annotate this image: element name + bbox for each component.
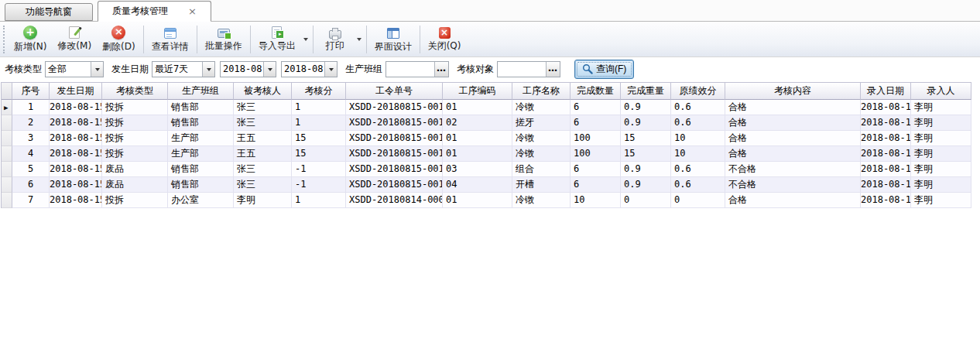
- chevron-down-icon[interactable]: [263, 62, 276, 77]
- tab-function-nav[interactable]: 功能导航窗: [5, 3, 93, 21]
- column-header[interactable]: 考核内容: [725, 83, 861, 100]
- column-header[interactable]: 生产班组: [168, 83, 234, 100]
- cell[interactable]: 0.6: [671, 115, 725, 131]
- column-header[interactable]: 工令单号: [346, 83, 443, 100]
- cell[interactable]: 销售部: [168, 115, 234, 131]
- column-header[interactable]: 考核类型: [102, 83, 168, 100]
- cell[interactable]: 0.9: [621, 177, 671, 193]
- cell[interactable]: 0.6: [671, 100, 725, 115]
- cell[interactable]: 投拆: [102, 115, 168, 131]
- cell[interactable]: 15: [292, 146, 346, 162]
- assessment-target-input[interactable]: …: [497, 61, 560, 77]
- cell[interactable]: 张三: [234, 177, 292, 193]
- cell[interactable]: 李明: [911, 100, 971, 115]
- query-button[interactable]: 查询(F): [574, 60, 634, 79]
- cell[interactable]: 01: [443, 146, 512, 162]
- cell[interactable]: 03: [443, 162, 512, 177]
- cell[interactable]: 01: [443, 193, 512, 208]
- cell[interactable]: 合格: [725, 100, 861, 115]
- cell[interactable]: 6: [571, 162, 621, 177]
- cell[interactable]: 6: [571, 115, 621, 131]
- cell[interactable]: 废品: [102, 162, 168, 177]
- column-header[interactable]: 工序名称: [512, 83, 571, 100]
- cell[interactable]: 李明: [911, 115, 971, 131]
- cell[interactable]: 6: [571, 100, 621, 115]
- cell[interactable]: 销售部: [168, 100, 234, 115]
- cell[interactable]: XSDD-20180815-0010_1: [346, 100, 443, 115]
- cell[interactable]: 2018-08-15: [861, 177, 911, 193]
- column-header[interactable]: 完成数量: [571, 83, 621, 100]
- cell[interactable]: 王五: [234, 131, 292, 146]
- cell[interactable]: 办公室: [168, 193, 234, 208]
- production-team-input[interactable]: …: [385, 61, 449, 77]
- cell[interactable]: 2018-08-15: [861, 193, 911, 208]
- cell[interactable]: 0.9: [621, 162, 671, 177]
- cell[interactable]: XSDD-20180815-0010_1: [346, 115, 443, 131]
- cell[interactable]: 合格: [725, 193, 861, 208]
- cell[interactable]: 0.9: [621, 115, 671, 131]
- import-export-dropdown[interactable]: [301, 23, 310, 56]
- cell[interactable]: 2: [12, 115, 50, 131]
- add-button[interactable]: 新增(N): [9, 23, 52, 56]
- cell[interactable]: 1: [292, 115, 346, 131]
- cell[interactable]: 张三: [234, 162, 292, 177]
- cell[interactable]: 01: [443, 131, 512, 146]
- table-row[interactable]: 72018-08-15投拆办公室李明1XSDD-20180814-0002_30…: [2, 193, 971, 208]
- cell[interactable]: 10: [671, 131, 725, 146]
- cell[interactable]: 生产部: [168, 131, 234, 146]
- cell[interactable]: 冷镦: [512, 146, 571, 162]
- cell[interactable]: 投拆: [102, 193, 168, 208]
- import-export-button[interactable]: 导入导出: [253, 23, 301, 56]
- cell[interactable]: 投拆: [102, 100, 168, 115]
- table-row[interactable]: 52018-08-15废品销售部张三-1XSDD-20180815-0010_1…: [2, 162, 971, 177]
- cell[interactable]: XSDD-20180815-0011_1: [346, 146, 443, 162]
- edit-button[interactable]: 修改(M): [52, 23, 97, 56]
- table-row[interactable]: 22018-08-15投拆销售部张三1XSDD-20180815-0010_10…: [2, 115, 971, 131]
- cell[interactable]: 0.6: [671, 162, 725, 177]
- assessment-type-combo[interactable]: 全部: [45, 61, 104, 77]
- cell[interactable]: 0.9: [621, 100, 671, 115]
- cell[interactable]: 搓牙: [512, 115, 571, 131]
- ellipsis-button[interactable]: …: [434, 62, 448, 77]
- cell[interactable]: 冷镦: [512, 100, 571, 115]
- cell[interactable]: 李明: [911, 146, 971, 162]
- column-header[interactable]: 发生日期: [50, 83, 102, 100]
- print-button[interactable]: 打印: [316, 23, 355, 56]
- cell[interactable]: 2018-08-15: [50, 115, 102, 131]
- cell[interactable]: 15: [621, 146, 671, 162]
- ui-design-button[interactable]: 界面设计: [369, 23, 417, 56]
- cell[interactable]: 组合: [512, 162, 571, 177]
- cell[interactable]: 不合格: [725, 177, 861, 193]
- column-header[interactable]: 录入日期: [861, 83, 911, 100]
- cell[interactable]: 生产部: [168, 146, 234, 162]
- cell[interactable]: 2018-08-15: [50, 146, 102, 162]
- cell[interactable]: 废品: [102, 177, 168, 193]
- cell[interactable]: 1: [12, 100, 50, 115]
- chevron-down-icon[interactable]: [202, 62, 214, 77]
- column-header[interactable]: 录入人: [911, 83, 971, 100]
- cell[interactable]: 销售部: [168, 162, 234, 177]
- cell[interactable]: 2018-08-15: [50, 131, 102, 146]
- cell[interactable]: 2018-08-15: [50, 177, 102, 193]
- column-header[interactable]: 序号: [12, 83, 50, 100]
- table-row[interactable]: 32018-08-15投拆生产部王五15XSDD-20180815-0011_1…: [2, 131, 971, 146]
- table-row[interactable]: ▶12018-08-15投拆销售部张三1XSDD-20180815-0010_1…: [2, 100, 971, 115]
- cell[interactable]: 6: [12, 177, 50, 193]
- cell[interactable]: 2018-08-15: [861, 115, 911, 131]
- table-row[interactable]: 42018-08-15投拆生产部王五15XSDD-20180815-0011_1…: [2, 146, 971, 162]
- cell[interactable]: 04: [443, 177, 512, 193]
- cell[interactable]: 合格: [725, 131, 861, 146]
- cell[interactable]: 2018-08-15: [50, 162, 102, 177]
- close-button[interactable]: 关闭(Q): [423, 23, 467, 56]
- cell[interactable]: 李明: [911, 131, 971, 146]
- cell[interactable]: 李明: [911, 162, 971, 177]
- cell[interactable]: 4: [12, 146, 50, 162]
- cell[interactable]: 2018-08-15: [861, 100, 911, 115]
- cell[interactable]: 6: [571, 177, 621, 193]
- cell[interactable]: 02: [443, 115, 512, 131]
- tab-close-icon[interactable]: ×: [188, 6, 197, 16]
- cell[interactable]: 100: [571, 131, 621, 146]
- date-from-picker[interactable]: 2018-08-09: [220, 61, 276, 77]
- table-row[interactable]: 62018-08-15废品销售部张三-1XSDD-20180815-0010_1…: [2, 177, 971, 193]
- column-header[interactable]: 原绩效分: [671, 83, 725, 100]
